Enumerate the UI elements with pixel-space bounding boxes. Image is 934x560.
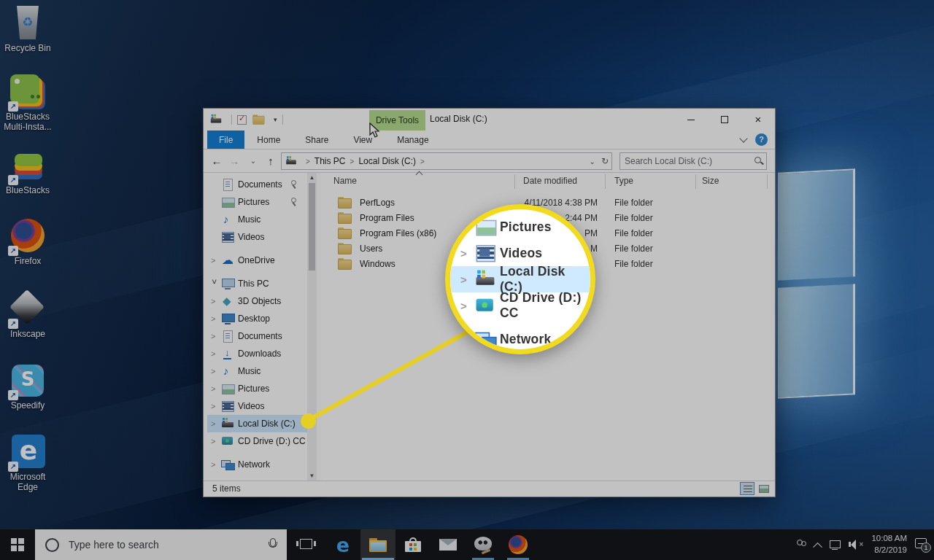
nav-item-this-pc[interactable]: This PC <box>207 275 307 292</box>
qat-new-folder-icon[interactable] <box>252 114 263 125</box>
navigation-pane: Documents Pictures Music Videos <box>204 173 307 481</box>
tab-manage[interactable]: Manage <box>385 131 441 149</box>
hidden-icons-chevron-icon[interactable] <box>814 542 823 551</box>
column-header-name[interactable]: Name <box>333 176 357 186</box>
taskbar-search[interactable]: Type here to search <box>35 529 287 560</box>
tab-home[interactable]: Home <box>244 131 293 149</box>
nav-pane-scrollbar[interactable]: ▲ ▼ <box>307 173 317 481</box>
scrollbar-thumb[interactable] <box>309 183 315 271</box>
address-dropdown-icon[interactable]: ⌄ <box>590 158 595 166</box>
recent-locations-dropdown-icon[interactable]: ⌄ <box>244 149 262 173</box>
close-button[interactable]: × <box>741 109 775 131</box>
file-row-perflogs[interactable]: PerfLogs 4/11/2018 4:38 PM File folder <box>322 195 770 210</box>
breadcrumb-current[interactable]: Local Disk (C:) <box>358 156 416 166</box>
expander-icon[interactable] <box>211 349 221 358</box>
search-input[interactable]: Search Local Disk (C:) <box>620 152 767 170</box>
nav-item-desktop[interactable]: Desktop <box>207 310 307 327</box>
back-button[interactable]: ← <box>208 149 225 173</box>
desktop-icon-speedify[interactable]: Speedify <box>1 363 54 411</box>
desktop-icon-inkscape[interactable]: Inkscape <box>1 292 54 340</box>
action-center-button[interactable]: 1 <box>915 538 930 551</box>
expander-icon[interactable] <box>211 460 221 469</box>
nav-item-3d-objects[interactable]: 3D Objects <box>207 292 307 310</box>
nav-item-cd-drive-d[interactable]: CD Drive (D:) CC <box>207 432 307 450</box>
ribbon-expand-icon[interactable] <box>739 134 747 142</box>
minimize-button[interactable] <box>674 109 708 131</box>
details-view-button[interactable] <box>740 482 754 495</box>
maximize-button[interactable] <box>708 109 741 131</box>
network-icon[interactable] <box>829 540 841 550</box>
file-row-windows[interactable]: Windows File folder <box>322 256 770 271</box>
desktop-icon-firefox[interactable]: Firefox <box>1 219 54 267</box>
expander-icon[interactable] <box>211 384 221 393</box>
desktop-icon-label: Firefox <box>1 257 54 267</box>
people-icon[interactable] <box>795 540 806 550</box>
pin-icon <box>290 198 297 206</box>
refresh-icon[interactable]: ↻ <box>601 156 609 166</box>
taskbar-edge[interactable]: e <box>325 529 360 560</box>
column-header-size[interactable]: Size <box>702 176 719 186</box>
expander-icon[interactable] <box>211 402 221 411</box>
scroll-up-icon[interactable]: ▲ <box>307 174 317 181</box>
forward-button[interactable]: → <box>225 149 243 173</box>
expander-icon[interactable] <box>211 314 221 323</box>
column-header-type[interactable]: Type <box>614 176 633 186</box>
desktop-icon-bluestacks-multi-instance[interactable]: BlueStacks Multi-Insta... <box>1 74 54 133</box>
scroll-down-icon[interactable]: ▼ <box>307 472 317 479</box>
help-icon[interactable] <box>755 133 768 146</box>
taskbar-store[interactable] <box>395 529 431 560</box>
taskbar-firefox[interactable] <box>501 529 536 560</box>
address-box[interactable]: > This PC > Local Disk (C:) > ⌄ ↻ <box>281 152 612 170</box>
search-placeholder: Type here to search <box>69 539 159 551</box>
microsoft-store-icon <box>405 537 421 552</box>
taskbar-gimp[interactable] <box>466 529 501 560</box>
breadcrumb-chevron-icon: > <box>420 158 425 166</box>
title-bar: ▾ Drive Tools Local Disk (C:) × <box>204 109 775 131</box>
taskbar-file-explorer[interactable] <box>360 529 395 560</box>
nav-item-network[interactable]: Network <box>207 456 307 473</box>
file-explorer-icon <box>369 538 387 552</box>
nav-item-pictures[interactable]: Pictures <box>207 380 307 397</box>
expander-icon[interactable] <box>211 297 221 306</box>
file-row-program-files[interactable]: Program Files 2:44 PM File folder <box>322 210 770 225</box>
volume-muted-icon[interactable]: × <box>849 540 863 550</box>
shortcut-arrow-icon <box>8 101 18 112</box>
nav-item-documents[interactable]: Documents <box>207 327 307 345</box>
file-row-program-files-x86[interactable]: Program Files (x86) PM File folder <box>322 225 770 241</box>
nav-item-documents-qa[interactable]: Documents <box>207 176 307 193</box>
desktop-icon-bluestacks[interactable]: BlueStacks <box>1 148 54 196</box>
task-view-button[interactable] <box>290 529 323 560</box>
up-button[interactable]: ↑ <box>262 149 279 173</box>
nav-item-music[interactable]: Music <box>207 362 307 380</box>
expander-icon[interactable] <box>211 332 221 341</box>
desktop-icon-recycle-bin[interactable]: Recycle Bin <box>1 6 54 54</box>
clock[interactable]: 10:08 AM 8/2/2019 <box>871 533 907 556</box>
file-row-users[interactable]: Users M File folder <box>322 241 770 256</box>
nav-item-music-qa[interactable]: Music <box>207 211 307 228</box>
nav-item-pictures-qa[interactable]: Pictures <box>207 193 307 211</box>
nav-item-videos[interactable]: Videos <box>207 397 307 415</box>
taskbar-mail[interactable] <box>431 529 466 560</box>
desktop-icon-label: BlueStacks Multi-Insta... <box>1 112 54 133</box>
start-button[interactable] <box>0 529 35 560</box>
expander-icon[interactable] <box>211 256 221 265</box>
column-header-date-modified[interactable]: Date modified <box>523 176 577 186</box>
qat-properties-icon[interactable] <box>237 115 247 125</box>
nav-item-videos-qa[interactable]: Videos <box>207 228 307 246</box>
microphone-icon[interactable] <box>268 538 277 551</box>
expander-icon[interactable] <box>211 419 221 428</box>
nav-item-downloads[interactable]: Downloads <box>207 345 307 362</box>
column-headers: Name Date modified Type Size <box>322 174 770 189</box>
tab-share[interactable]: Share <box>293 131 341 149</box>
file-date: 2:44 PM <box>523 213 598 223</box>
nav-item-local-disk-c[interactable]: Local Disk (C:) <box>207 415 307 432</box>
tab-file[interactable]: File <box>207 131 244 149</box>
expander-icon[interactable] <box>211 437 221 446</box>
nav-item-onedrive[interactable]: OneDrive <box>207 252 307 269</box>
breadcrumb-this-pc[interactable]: This PC <box>314 156 346 166</box>
expander-icon[interactable] <box>210 279 219 289</box>
qat-customize-dropdown-icon[interactable]: ▾ <box>274 116 277 123</box>
desktop-icon-microsoft-edge[interactable]: Microsoft Edge <box>1 435 54 493</box>
expander-icon[interactable] <box>211 367 221 376</box>
thumbnails-view-button[interactable] <box>756 482 771 495</box>
